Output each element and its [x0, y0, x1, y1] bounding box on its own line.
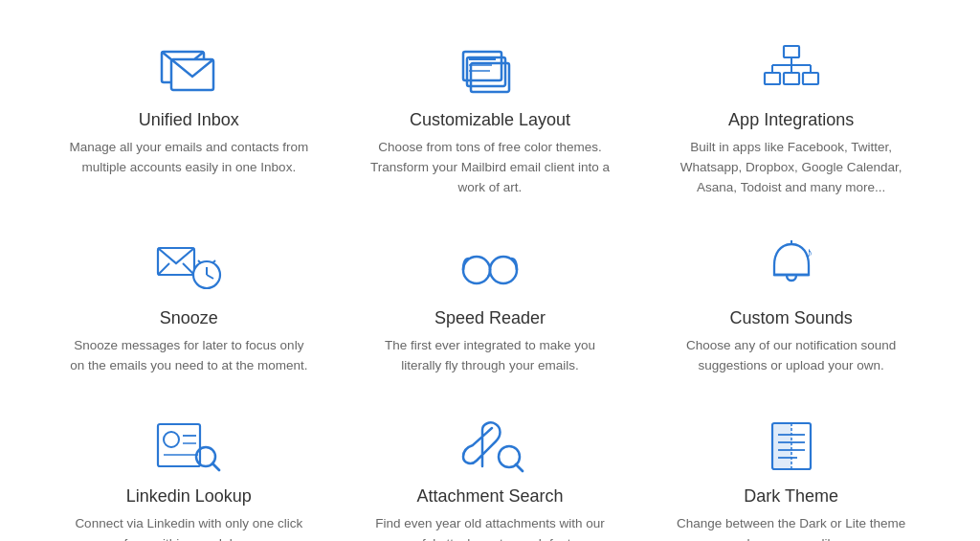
feature-dark-theme: Dark Theme Change between the Dark or Li…: [640, 395, 942, 541]
svg-line-40: [516, 464, 523, 471]
speed-reader-icon: [452, 237, 528, 299]
unified-inbox-title: Unified Inbox: [139, 110, 239, 130]
svg-point-26: [490, 257, 517, 283]
feature-customizable-layout: Customizable Layout Choose from tons of …: [340, 19, 641, 217]
custom-sounds-icon: ♪: [753, 237, 830, 299]
customizable-layout-desc: Choose from tons of free color themes. T…: [368, 138, 612, 198]
snooze-icon: [150, 237, 227, 299]
svg-line-23: [198, 260, 201, 263]
attachment-search-title: Attachment Search: [416, 486, 563, 507]
unified-inbox-desc: Manage all your emails and contacts from…: [67, 138, 311, 178]
feature-linkedin-lookup: Linkedin Lookup Connect via Linkedin wit…: [38, 395, 340, 541]
dark-theme-title: Dark Theme: [744, 486, 838, 507]
svg-rect-32: [158, 424, 200, 466]
unified-inbox-icon: [150, 38, 227, 101]
custom-sounds-title: Custom Sounds: [730, 308, 853, 328]
svg-rect-14: [765, 73, 780, 84]
features-grid: Unified Inbox Manage all your emails and…: [0, 0, 980, 541]
svg-rect-4: [463, 52, 501, 80]
svg-rect-3: [467, 57, 505, 86]
svg-rect-16: [803, 73, 818, 84]
feature-attachment-search: Attachment Search Find even year old att…: [340, 395, 641, 541]
svg-line-18: [158, 263, 169, 275]
app-integrations-icon: [753, 38, 830, 101]
speed-reader-desc: The first ever integrated to make you li…: [368, 336, 612, 376]
linkedin-lookup-desc: Connect via Linkedin with only one click…: [67, 514, 311, 541]
feature-app-integrations: App Integrations Built in apps like Face…: [640, 19, 942, 217]
feature-unified-inbox: Unified Inbox Manage all your emails and…: [38, 19, 340, 217]
svg-rect-2: [471, 63, 509, 92]
custom-sounds-desc: Choose any of our notification sound sug…: [669, 336, 913, 376]
customizable-layout-icon: [452, 38, 528, 101]
svg-point-33: [164, 432, 179, 447]
feature-speed-reader: Speed Reader The first ever integrated t…: [340, 217, 641, 395]
svg-text:♪: ♪: [805, 244, 813, 260]
svg-rect-15: [784, 73, 799, 84]
svg-rect-8: [784, 46, 799, 57]
feature-snooze: Snooze Snooze messages for later to focu…: [38, 217, 340, 395]
speed-reader-title: Speed Reader: [434, 308, 546, 328]
svg-rect-42: [772, 423, 791, 469]
feature-custom-sounds: ♪ Custom Sounds Choose any of our notifi…: [640, 217, 942, 395]
snooze-desc: Snooze messages for later to focus only …: [67, 336, 311, 376]
app-integrations-title: App Integrations: [728, 110, 854, 130]
attachment-search-desc: Find even year old attachments with our …: [368, 514, 612, 541]
svg-line-38: [212, 463, 219, 470]
svg-point-25: [463, 257, 490, 283]
dark-theme-icon: [753, 415, 830, 477]
svg-line-24: [212, 260, 215, 263]
linkedin-lookup-icon: [150, 415, 227, 477]
linkedin-lookup-title: Linkedin Lookup: [126, 486, 252, 507]
snooze-title: Snooze: [160, 308, 218, 328]
app-integrations-desc: Built in apps like Facebook, Twitter, Wh…: [669, 138, 913, 198]
customizable-layout-title: Customizable Layout: [410, 110, 570, 130]
attachment-search-icon: [452, 415, 528, 477]
dark-theme-desc: Change between the Dark or Lite theme wh…: [669, 514, 913, 541]
